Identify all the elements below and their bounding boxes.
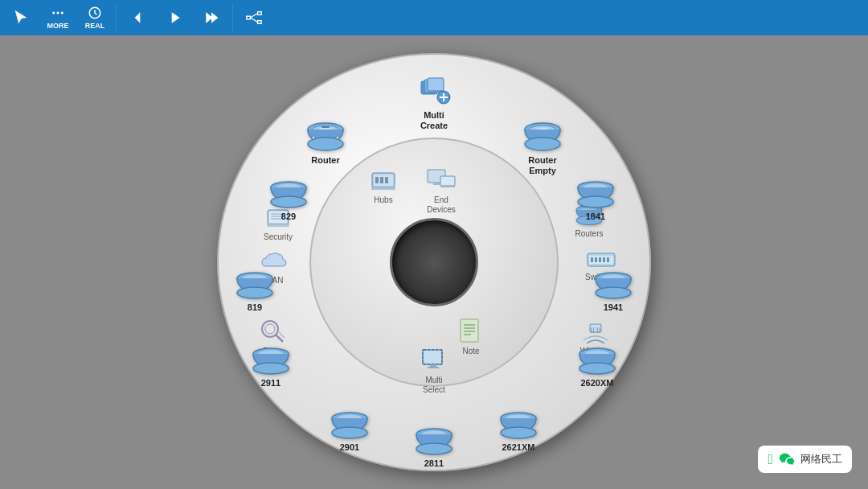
- svg-rect-25: [321, 126, 330, 128]
- watermark-text: 网络民工: [800, 452, 842, 466]
- multi-create-icon: [415, 75, 453, 109]
- 829-item[interactable]: 829: [267, 179, 310, 222]
- select-button[interactable]: [3, 2, 39, 34]
- hubs-label: Hubs: [374, 195, 392, 205]
- svg-rect-97: [371, 187, 395, 190]
- 2901-icon: [328, 410, 371, 441]
- 829-label: 829: [281, 212, 296, 222]
- svg-rect-67: [595, 257, 597, 262]
- svg-point-0: [52, 12, 55, 14]
- 2811-item[interactable]: 2811: [412, 426, 456, 469]
- 2621xm-label: 2621XM: [502, 442, 535, 453]
- router-empty-icon: [521, 120, 564, 154]
- router-item[interactable]: Router: [304, 120, 347, 166]
- 1941-icon: [592, 270, 635, 301]
- 819-item[interactable]: 819: [233, 270, 276, 313]
- router-empty-label: RouterEmpty: [528, 155, 556, 176]
- svg-point-29: [525, 138, 560, 150]
- 2901-item[interactable]: 2901: [328, 410, 371, 453]
- 2911-label: 2911: [261, 378, 280, 388]
- end-devices-label: EndDevices: [427, 195, 456, 215]
- 2911-item[interactable]: 2911: [249, 346, 293, 388]
- svg-line-85: [279, 332, 285, 338]
- svg-point-32: [271, 196, 306, 208]
- prev-button[interactable]: [120, 2, 155, 34]
- note-item[interactable]: Note: [458, 318, 484, 356]
- svg-line-12: [250, 18, 257, 23]
- wechat-icon: : [768, 451, 773, 468]
- routers-label: Routers: [575, 229, 603, 239]
- svg-rect-15: [428, 78, 444, 91]
- svg-rect-81: [428, 367, 439, 368]
- svg-rect-58: [433, 183, 440, 185]
- svg-marker-7: [211, 12, 218, 23]
- svg-point-83: [265, 324, 275, 334]
- svg-rect-73: [461, 319, 478, 342]
- main-area: Multi Create Router: [0, 35, 868, 489]
- svg-rect-8: [247, 16, 251, 19]
- svg-text:((·)): ((·)): [590, 326, 600, 333]
- 1941-item[interactable]: 1941: [592, 270, 635, 313]
- more-label: MORE: [47, 22, 69, 30]
- svg-point-44: [253, 363, 289, 374]
- router-label: Router: [311, 155, 339, 166]
- svg-point-53: [501, 427, 536, 438]
- toolbar: MORE REAL: [0, 0, 868, 35]
- svg-rect-9: [258, 12, 262, 15]
- wireless-icon: ((·)): [580, 319, 611, 345]
- security-label: Security: [264, 232, 293, 242]
- svg-rect-70: [607, 257, 609, 262]
- svg-rect-68: [599, 257, 601, 262]
- svg-point-1: [57, 12, 59, 14]
- multi-create-label: Multi Create: [420, 110, 448, 131]
- router-empty-item[interactable]: RouterEmpty: [521, 120, 564, 176]
- 2811-label: 2811: [424, 458, 444, 469]
- 819-label: 819: [248, 302, 262, 313]
- hubs-item[interactable]: Hubs: [370, 168, 397, 205]
- 1841-item[interactable]: 1841: [574, 179, 617, 222]
- multi-create-item[interactable]: Multi Create: [415, 75, 453, 131]
- 2620xm-item[interactable]: 2620XM: [575, 346, 619, 388]
- 2811-icon: [412, 426, 456, 457]
- svg-point-50: [332, 427, 367, 438]
- svg-rect-96: [385, 177, 388, 183]
- end-devices-item[interactable]: EndDevices: [426, 168, 457, 215]
- svg-point-41: [596, 287, 631, 298]
- multi-select-label: MultiSelect: [423, 376, 445, 395]
- note-icon: [458, 318, 484, 345]
- svg-marker-4: [135, 12, 141, 23]
- router-icon: [304, 120, 347, 154]
- center-hole: [390, 218, 478, 306]
- 1841-label: 1841: [586, 212, 605, 222]
- svg-point-24: [336, 136, 339, 139]
- svg-point-35: [578, 196, 613, 208]
- disk-container: Multi Create Router: [209, 49, 659, 475]
- multi-select-icon: [420, 347, 448, 374]
- svg-point-38: [237, 287, 272, 298]
- fastfwd-button[interactable]: [194, 2, 229, 34]
- divider-1: [116, 3, 117, 32]
- 2621xm-item[interactable]: 2621XM: [497, 410, 540, 453]
- real-button[interactable]: REAL: [77, 2, 113, 34]
- 1841-icon: [574, 179, 617, 210]
- 2901-label: 2901: [340, 442, 359, 453]
- 2621xm-icon: [497, 410, 540, 441]
- switches-icon: [586, 249, 616, 271]
- note-label: Note: [462, 347, 479, 356]
- hubs-icon: [370, 168, 397, 194]
- play-button[interactable]: [157, 2, 192, 34]
- divider-2: [232, 3, 233, 32]
- more-button[interactable]: MORE: [40, 2, 76, 34]
- real-label: REAL: [85, 22, 105, 30]
- svg-rect-91: [267, 224, 289, 227]
- topology-button[interactable]: [236, 2, 272, 34]
- end-devices-icon: [426, 168, 457, 194]
- svg-rect-80: [430, 364, 436, 367]
- 2620xm-icon: [575, 346, 619, 376]
- svg-rect-94: [375, 177, 379, 183]
- svg-rect-60: [440, 186, 455, 187]
- watermark:  网络民工: [758, 446, 852, 473]
- multi-select-item[interactable]: MultiSelect: [420, 347, 448, 395]
- wechat-logo: [778, 450, 796, 468]
- svg-marker-5: [172, 12, 180, 23]
